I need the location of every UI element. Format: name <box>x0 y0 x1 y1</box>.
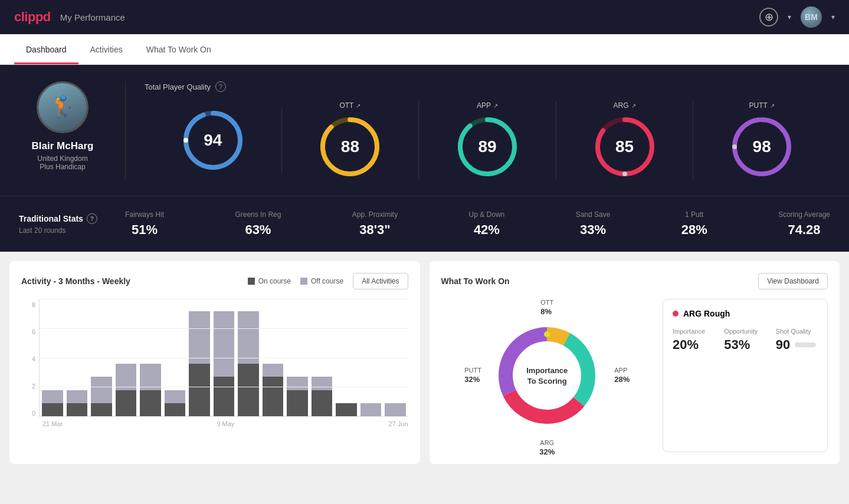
header-left: clippd My Performance <box>14 9 125 25</box>
ring-arg-value: 85 <box>615 137 634 156</box>
chart-header: Activity - 3 Months - Weekly On course O… <box>21 273 408 289</box>
chart-legend: On course Off course <box>248 277 344 285</box>
y-label-2: 2 <box>21 383 35 390</box>
player-handicap: Plus Handicap <box>40 163 85 171</box>
page-title: My Performance <box>60 12 125 22</box>
arg-arrow: ↗ <box>631 103 636 109</box>
bar-off-9 <box>263 364 284 377</box>
detail-panel: ARG Rough Importance 20% Opportunity 53%… <box>663 299 828 452</box>
chart-body: 0 2 4 6 8 <box>21 299 408 417</box>
stat-fairways: Fairways Hit 51% <box>125 210 164 238</box>
bar-group-9 <box>263 364 284 416</box>
stats-title: Traditional Stats ? <box>19 213 125 224</box>
tab-what-to-work-on[interactable]: What To Work On <box>135 34 223 64</box>
bar-on-1 <box>67 403 88 416</box>
arg-label: ARG 32% <box>539 439 555 457</box>
y-label-4: 4 <box>21 355 35 363</box>
all-activities-button[interactable]: All Activities <box>353 273 408 289</box>
add-chevron: ▾ <box>788 13 791 21</box>
bar-on-5 <box>165 403 186 416</box>
detail-opportunity: Opportunity 53% <box>724 328 766 353</box>
bar-on-12 <box>336 403 357 416</box>
bar-on-6 <box>189 364 210 416</box>
bar-off-8 <box>238 311 259 364</box>
stat-proximity: App. Proximity 38'3" <box>352 210 398 238</box>
ring-app: APP ↗ 89 <box>419 101 556 179</box>
stat-greens: Greens In Reg 63% <box>235 210 281 238</box>
add-button[interactable]: ⊕ <box>759 8 778 27</box>
tab-activities[interactable]: Activities <box>78 34 135 64</box>
logo[interactable]: clippd <box>14 9 51 25</box>
avatar: BM <box>801 6 822 28</box>
scores-header: Total Player Quality ? <box>145 81 830 92</box>
activity-chart-card: Activity - 3 Months - Weekly On course O… <box>9 261 420 464</box>
stat-sandsave: Sand Save 33% <box>576 210 611 238</box>
bar-group-6 <box>189 311 210 416</box>
bar-off-0 <box>42 390 63 403</box>
app-label: APP 28% <box>614 367 630 384</box>
chart-controls: On course Off course All Activities <box>248 273 408 289</box>
bar-on-8 <box>238 364 259 416</box>
legend-off-course-dot <box>300 278 307 285</box>
bar-off-1 <box>67 390 88 403</box>
view-dashboard-button[interactable]: View Dashboard <box>758 273 828 289</box>
stats-info-icon[interactable]: ? <box>87 213 97 224</box>
bar-group-2 <box>91 377 112 416</box>
bar-group-8 <box>238 311 259 416</box>
ring-putt-label: PUTT ↗ <box>749 101 775 110</box>
avatar-button[interactable]: BM <box>801 6 822 28</box>
legend-off-course: Off course <box>300 277 343 285</box>
donut-wrapper: Importance To Scoring OTT 8% APP 28% ARG <box>470 299 624 452</box>
player-info: 🏌 Blair McHarg United Kingdom Plus Handi… <box>19 81 125 179</box>
ring-app-value: 89 <box>478 137 496 156</box>
putt-arrow: ↗ <box>770 103 775 109</box>
bar-off-13 <box>360 403 382 416</box>
bar-off-3 <box>116 364 137 390</box>
detail-dot <box>673 311 678 317</box>
bar-off-5 <box>165 390 186 403</box>
donut-section: Importance To Scoring OTT 8% APP 28% ARG <box>441 299 654 452</box>
x-label-may: 9 May <box>217 420 234 427</box>
work-title: What To Work On <box>441 276 510 286</box>
stat-updown: Up & Down 42% <box>469 210 505 238</box>
bar-group-1 <box>67 390 88 416</box>
work-content: Importance To Scoring OTT 8% APP 28% ARG <box>441 299 828 452</box>
shot-quality-row: 90 <box>776 337 818 353</box>
bar-off-6 <box>189 311 210 364</box>
y-label-0: 0 <box>21 410 35 417</box>
bar-off-4 <box>140 364 161 390</box>
y-label-6: 6 <box>21 328 35 335</box>
ring-tpq: 94 <box>145 108 282 173</box>
x-label-jun: 27 Jun <box>388 420 408 427</box>
detail-metrics: Importance 20% Opportunity 53% Shot Qual… <box>673 328 818 353</box>
bottom-section: Activity - 3 Months - Weekly On course O… <box>0 252 849 473</box>
svg-point-19 <box>585 373 591 378</box>
ott-label: OTT 8% <box>540 299 553 317</box>
y-label-8: 8 <box>21 301 35 308</box>
stat-scoring: Scoring Average 74.28 <box>778 210 830 238</box>
ring-putt-value: 98 <box>753 137 771 156</box>
tab-dashboard[interactable]: Dashboard <box>14 34 78 64</box>
info-icon[interactable]: ? <box>215 81 226 92</box>
bar-off-10 <box>287 377 308 390</box>
chart-area: 0 2 4 6 8 21 Mar <box>21 299 408 429</box>
stats-subtitle: Last 20 rounds <box>19 226 125 235</box>
ring-arg-container: 85 <box>592 114 657 179</box>
app-header: clippd My Performance ⊕ ▾ BM ▾ <box>0 0 849 34</box>
bar-on-11 <box>312 390 333 416</box>
bar-on-3 <box>116 390 137 416</box>
bar-group-10 <box>287 377 308 416</box>
bar-off-11 <box>312 377 333 390</box>
avatar-image: 🏌 <box>38 83 87 131</box>
avatar-chevron: ▾ <box>831 13 835 21</box>
svg-point-18 <box>544 331 550 337</box>
bar-group-11 <box>312 377 333 416</box>
bar-group-12 <box>336 403 357 416</box>
bar-group-13 <box>360 403 382 416</box>
detail-title: ARG Rough <box>673 309 818 318</box>
nav-tabs: Dashboard Activities What To Work On <box>0 34 849 65</box>
ring-arg: ARG ↗ 85 <box>556 101 694 179</box>
work-header: What To Work On View Dashboard <box>441 273 828 289</box>
bar-off-2 <box>91 377 112 403</box>
bar-off-14 <box>385 403 406 416</box>
